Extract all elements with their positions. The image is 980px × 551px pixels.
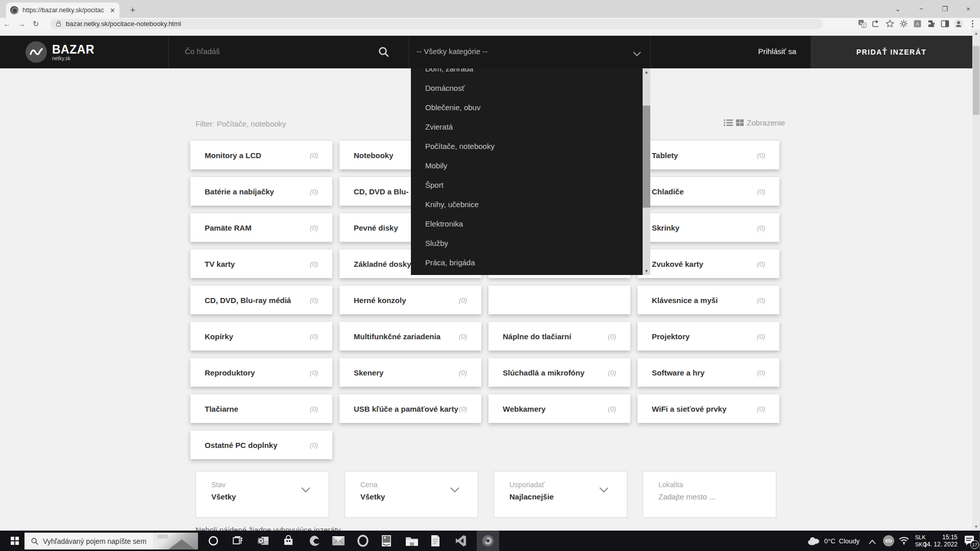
dropdown-scrollbar[interactable]: ▲ ▼ bbox=[643, 68, 650, 275]
notepad-icon[interactable] bbox=[424, 531, 447, 551]
store-icon[interactable] bbox=[277, 531, 300, 551]
edge-icon[interactable] bbox=[304, 531, 326, 551]
dropdown-item[interactable]: Práca, brigáda bbox=[411, 253, 643, 272]
category-card[interactable]: Skenery(0) bbox=[339, 358, 481, 387]
mail-icon[interactable] bbox=[327, 531, 350, 551]
category-dropdown-list: Dom, záhradaDomácnosťOblečenie, obuvZvie… bbox=[411, 68, 643, 272]
dropdown-item[interactable]: Dom, záhrada bbox=[411, 68, 643, 78]
category-card[interactable]: Slúchadlá a mikrofóny(0) bbox=[488, 358, 630, 387]
category-card[interactable] bbox=[488, 286, 630, 314]
category-card[interactable]: Reproduktory(0) bbox=[190, 358, 332, 387]
share-icon[interactable] bbox=[871, 19, 880, 29]
scroll-up-arrow-icon[interactable]: ▲ bbox=[643, 68, 650, 76]
filter-cena[interactable]: CenaVšetky bbox=[345, 471, 478, 518]
opera-icon[interactable] bbox=[352, 531, 374, 551]
filter-lokalita[interactable]: LokalitaZadajte mesto ... bbox=[643, 471, 776, 518]
category-card[interactable]: Software a hry(0) bbox=[638, 358, 779, 387]
category-card[interactable]: Multifunkčné zariadenia(0) bbox=[339, 322, 481, 350]
start-button[interactable] bbox=[5, 531, 24, 551]
filter-stav[interactable]: StavVšetky bbox=[195, 471, 329, 518]
wifi-icon[interactable] bbox=[898, 536, 910, 547]
profile-avatar[interactable] bbox=[954, 19, 963, 29]
dropdown-item[interactable]: Domácnosť bbox=[411, 78, 643, 97]
scroll-down-arrow-icon[interactable]: ▼ bbox=[643, 267, 650, 275]
clock-widget[interactable]: 15:15 14. 12. 2022 bbox=[923, 534, 958, 548]
category-card[interactable]: CD, DVD, Blu-ray médiá(0) bbox=[190, 286, 332, 314]
add-listing-button[interactable]: PRIDAŤ INZERÁT bbox=[811, 36, 972, 68]
site-search-input[interactable]: Čo hľadáš bbox=[185, 47, 220, 56]
search-highlight-image[interactable] bbox=[153, 533, 198, 549]
login-link[interactable]: Prihlásiť sa bbox=[704, 47, 796, 56]
category-card[interactable]: Kopírky(0) bbox=[190, 322, 332, 350]
category-card[interactable]: USB kľúče a pamäťové karty(0) bbox=[339, 394, 481, 423]
category-select[interactable]: -- Všetky kategórie -- bbox=[416, 47, 487, 56]
browser-tab[interactable]: https://bazar.netky.sk/pocitace-n ✕ bbox=[6, 3, 119, 18]
dropdown-item[interactable]: Zvieratá bbox=[411, 117, 643, 136]
page-scrollbar[interactable]: ▲ ▼ bbox=[972, 30, 980, 531]
category-card-label: WiFi a sieťové prvky bbox=[652, 405, 726, 413]
scroll-up-arrow-icon[interactable]: ▲ bbox=[972, 30, 980, 37]
visual-studio-icon[interactable] bbox=[450, 531, 472, 551]
dropdown-item[interactable]: Služby bbox=[411, 233, 643, 253]
tray-chevron-up-icon[interactable] bbox=[869, 537, 876, 546]
pdf-extension-icon[interactable]: A bbox=[913, 19, 922, 29]
category-card[interactable]: Projektory(0) bbox=[638, 322, 779, 350]
dropdown-item[interactable]: Mobily bbox=[411, 156, 643, 175]
sidebar-icon[interactable] bbox=[940, 19, 949, 29]
category-card[interactable]: Monitory a LCD(0) bbox=[190, 141, 332, 169]
category-card[interactable]: Klávesnice a myši(0) bbox=[638, 286, 779, 314]
weather-widget[interactable]: 0°C Cloudy bbox=[806, 531, 860, 551]
action-center-button[interactable]: 17 bbox=[964, 535, 976, 547]
address-bar[interactable]: bazar.netky.sk/pocitace-notebooky.html bbox=[50, 19, 823, 29]
filter-usporiada[interactable]: UsporiadaťNajlacnejšie bbox=[494, 471, 627, 518]
category-card[interactable]: Skrinky(0) bbox=[638, 213, 779, 242]
dropdown-item[interactable]: Šport bbox=[411, 175, 643, 194]
tray-app-icon[interactable]: ED bbox=[883, 535, 894, 546]
category-card[interactable]: TV karty(0) bbox=[190, 249, 332, 278]
category-card[interactable]: Batérie a nabíjačky(0) bbox=[190, 177, 332, 206]
gear-extension-icon[interactable] bbox=[899, 19, 908, 29]
scroll-down-arrow-icon[interactable]: ▼ bbox=[972, 523, 980, 531]
dropdown-item[interactable]: Knihy, učebnice bbox=[411, 194, 643, 214]
category-card[interactable]: Náplne do tlačiarní(0) bbox=[488, 322, 630, 350]
grid-view-icon[interactable] bbox=[736, 119, 744, 126]
category-card[interactable]: Tlačiarne(0) bbox=[190, 394, 332, 423]
dropdown-item[interactable]: Počítače, notebooky bbox=[411, 136, 643, 156]
category-card[interactable]: Zvukové karty(0) bbox=[638, 249, 779, 278]
chevron-down-icon[interactable] bbox=[633, 49, 641, 59]
outlook-icon[interactable] bbox=[252, 531, 275, 551]
image-viewer-icon[interactable] bbox=[375, 531, 398, 551]
category-card[interactable]: Pamäte RAM(0) bbox=[190, 213, 332, 242]
dropdown-scrollbar-thumb[interactable] bbox=[643, 106, 650, 208]
file-explorer-icon[interactable] bbox=[401, 531, 423, 551]
category-card[interactable]: WiFi a sieťové prvky(0) bbox=[638, 394, 779, 423]
window-restore-button[interactable]: ❐ bbox=[933, 0, 957, 18]
category-card[interactable]: Ostatné PC doplnky(0) bbox=[190, 431, 332, 459]
back-button[interactable]: ← bbox=[0, 19, 14, 28]
page-scrollbar-thumb[interactable] bbox=[973, 46, 979, 115]
kebab-menu-icon[interactable] bbox=[968, 19, 977, 29]
task-view-icon[interactable] bbox=[227, 531, 249, 551]
category-card[interactable]: Tablety(0) bbox=[638, 141, 779, 169]
bookmark-star-icon[interactable] bbox=[885, 19, 894, 29]
forward-button[interactable]: → bbox=[14, 19, 29, 28]
category-card[interactable]: Herné konzoly(0) bbox=[339, 286, 481, 314]
category-card[interactable]: Webkamery(0) bbox=[488, 394, 630, 423]
site-logo[interactable]: BAZAR netky.sk bbox=[26, 41, 94, 63]
new-tab-button[interactable]: + bbox=[127, 4, 139, 16]
translate-icon[interactable]: A文 bbox=[857, 19, 867, 29]
list-view-icon[interactable] bbox=[724, 119, 733, 126]
extensions-puzzle-icon[interactable] bbox=[926, 19, 936, 29]
reload-button[interactable]: ↻ bbox=[29, 19, 43, 29]
dropdown-item[interactable]: Elektronika bbox=[411, 214, 643, 233]
window-minimize-button[interactable]: − bbox=[910, 0, 933, 18]
category-card[interactable]: Chladiče(0) bbox=[638, 177, 779, 206]
dropdown-item[interactable]: Oblečenie, obuv bbox=[411, 97, 643, 117]
chrome-icon[interactable] bbox=[477, 531, 499, 551]
cortana-icon[interactable] bbox=[202, 531, 225, 551]
search-icon[interactable] bbox=[378, 46, 390, 60]
window-close-button[interactable]: × bbox=[957, 0, 980, 18]
window-menu-button[interactable]: ⌄ bbox=[886, 0, 910, 18]
taskbar-search-box[interactable]: Vyhľadávaný pojem napíšte sem bbox=[24, 533, 198, 549]
tab-close-icon[interactable]: ✕ bbox=[110, 7, 115, 14]
